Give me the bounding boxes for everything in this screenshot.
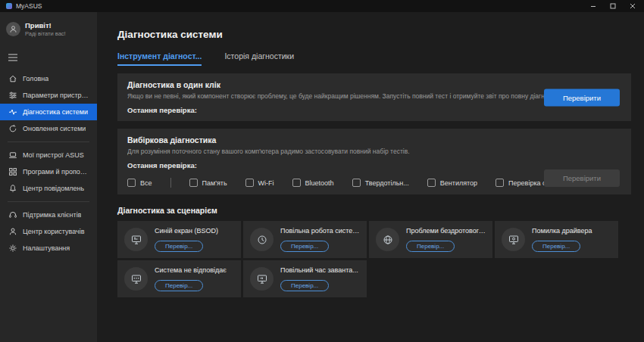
sidebar-item-customer-support[interactable]: Підтримка клієнтів xyxy=(0,207,97,223)
scenario-check-button[interactable]: Перевір... xyxy=(155,280,203,291)
minimize-icon[interactable] xyxy=(589,2,597,10)
scenario-grid: Синій екран (BSOD) Перевір... Повільна р… xyxy=(117,221,631,297)
sidebar-item-user-center[interactable]: Центр користувачів xyxy=(0,223,97,240)
checkbox-icon[interactable] xyxy=(245,179,254,187)
user-center-icon xyxy=(8,227,17,236)
scenario-card-not-responding: Система не відповідає Перевір... xyxy=(117,260,241,297)
sidebar-item-label: Мої пристрої ASUS xyxy=(23,151,84,159)
sidebar-item-label: Програми й пропозиції від... xyxy=(23,168,89,176)
sidebar-item-label: Діагностика системи xyxy=(23,108,88,116)
checkbox-wifi[interactable]: Wi-Fi xyxy=(245,179,274,187)
scenario-title: Повільний час заванта... xyxy=(280,266,358,274)
sliders-icon xyxy=(8,91,17,100)
scenario-card-driver-error: Помилка драйвера Перевір... xyxy=(495,221,618,258)
user-profile[interactable]: Привіт! Раді вітати вас! xyxy=(0,18,97,43)
custom-check-button[interactable]: Перевірити xyxy=(544,169,620,187)
sidebar-item-diagnostics[interactable]: Діагностика системи xyxy=(0,104,97,120)
scenario-card-slow-boot: Повільний час заванта... Перевір... xyxy=(243,260,367,297)
titlebar: MyASUS xyxy=(0,0,644,12)
tab-diagnostic-tool[interactable]: Інструмент діагност... xyxy=(117,51,202,66)
one-click-description: Якщо ви не певні, який компонент створює… xyxy=(127,92,552,100)
checkbox-bluetooth[interactable]: Bluetooth xyxy=(292,179,334,187)
maximize-icon[interactable] xyxy=(609,2,617,10)
tab-diagnostic-history[interactable]: Історія діагностики xyxy=(224,51,294,66)
greeting-subtitle: Раді вітати вас! xyxy=(25,30,66,37)
custom-last-check-label: Остання перевірка: xyxy=(127,161,621,169)
checkbox-label: Твердотільн... xyxy=(365,179,409,187)
sidebar-item-notifications[interactable]: Центр повідомлень xyxy=(0,180,97,197)
wireless-icon xyxy=(376,228,399,251)
scenario-check-button[interactable]: Перевір... xyxy=(532,241,580,252)
checkbox-icon[interactable] xyxy=(127,179,136,187)
scenario-check-button[interactable]: Перевір... xyxy=(406,241,455,252)
one-click-diagnostics-card: Діагностика в один клік Якщо ви не певні… xyxy=(117,73,631,121)
slow-system-icon xyxy=(250,228,274,251)
sidebar-item-label: Параметри пристрою xyxy=(23,92,89,99)
menu-toggle-icon[interactable] xyxy=(0,43,97,70)
checkbox-icon[interactable] xyxy=(292,179,301,187)
tab-bar: Інструмент діагност... Історія діагности… xyxy=(117,51,631,66)
slow-boot-icon xyxy=(250,267,274,291)
scenario-check-button[interactable]: Перевір... xyxy=(155,241,203,252)
scenario-title: Система не відповідає xyxy=(155,266,227,274)
custom-description: Для розуміння поточного стану вашого ком… xyxy=(127,148,552,155)
scenario-check-button[interactable]: Перевір... xyxy=(280,241,329,252)
settings-icon xyxy=(8,244,17,253)
scenario-title: Помилка драйвера xyxy=(532,227,592,235)
diagnostics-icon xyxy=(8,107,17,117)
checkbox-icon[interactable] xyxy=(189,179,198,187)
checkbox-divider xyxy=(170,178,171,188)
sidebar-item-settings[interactable]: Налаштування xyxy=(0,240,97,256)
sidebar: Привіт! Раді вітати вас! Головна xyxy=(0,12,97,342)
checkbox-label: Все xyxy=(140,179,152,187)
custom-diagnostics-card: Вибіркова діагностика Для розуміння пото… xyxy=(117,129,631,194)
checkbox-ssd[interactable]: Твердотільн... xyxy=(352,179,409,187)
sidebar-item-label: Центр користувачів xyxy=(23,228,85,235)
checkbox-all[interactable]: Все xyxy=(127,179,152,187)
sidebar-item-label: Головна xyxy=(23,75,48,82)
sidebar-item-label: Оновлення системи xyxy=(23,125,86,132)
sidebar-item-home[interactable]: Головна xyxy=(0,70,97,87)
checkbox-label: Пам'ять xyxy=(202,179,227,187)
sidebar-item-label: Підтримка клієнтів xyxy=(23,211,81,219)
checkbox-icon[interactable] xyxy=(496,179,504,187)
one-click-check-button[interactable]: Перевірити xyxy=(544,89,620,106)
devices-icon xyxy=(8,151,17,160)
main-content: Діагностика системи Інструмент діагност.… xyxy=(97,12,644,342)
avatar xyxy=(6,22,20,36)
apps-icon xyxy=(8,167,17,176)
app-logo-icon xyxy=(6,3,12,9)
myasus-window: MyASUS Привіт! Раді вітати вас! xyxy=(0,0,644,342)
checkbox-fan[interactable]: Вентилятор xyxy=(427,179,477,187)
sidebar-item-apps-offers[interactable]: Програми й пропозиції від... xyxy=(0,163,97,180)
sidebar-item-device-settings[interactable]: Параметри пристрою xyxy=(0,87,97,104)
bsod-icon xyxy=(124,228,148,251)
checkbox-label: Bluetooth xyxy=(305,179,334,187)
scenario-card-wireless: Проблеми бездротового... Перевір... xyxy=(369,221,492,258)
checkbox-icon[interactable] xyxy=(352,179,361,187)
app-title: MyASUS xyxy=(16,2,42,10)
close-icon[interactable] xyxy=(629,2,636,10)
sidebar-divider xyxy=(8,201,89,202)
sidebar-item-system-update[interactable]: Оновлення системи xyxy=(0,120,97,137)
scenario-title: Синій екран (BSOD) xyxy=(155,227,218,235)
checkbox-label: Wi-Fi xyxy=(258,179,274,187)
one-click-last-check-label: Остання перевірка: xyxy=(127,106,621,114)
support-icon xyxy=(8,210,17,219)
driver-error-icon xyxy=(502,228,525,251)
sidebar-item-label: Налаштування xyxy=(23,244,70,252)
sidebar-item-my-devices[interactable]: Мої пристрої ASUS xyxy=(0,147,97,163)
sidebar-nav: Головна Параметри пристрою Діагностика с… xyxy=(0,70,97,256)
scenario-title: Повільна робота системи xyxy=(280,227,360,235)
checkbox-memory[interactable]: Пам'ять xyxy=(189,179,227,187)
update-icon xyxy=(8,124,17,133)
sidebar-divider xyxy=(8,141,89,142)
scenario-check-button[interactable]: Перевір... xyxy=(280,280,329,291)
custom-title: Вибіркова діагностика xyxy=(127,135,621,145)
notifications-icon xyxy=(8,184,17,193)
checkbox-label: Вентилятор xyxy=(440,179,477,187)
checkbox-icon[interactable] xyxy=(427,179,436,187)
checkbox-system-check[interactable]: Перевірка с... xyxy=(496,179,552,187)
sidebar-item-label: Центр повідомлень xyxy=(23,185,84,192)
scenario-card-slow-system: Повільна робота системи Перевір... xyxy=(243,221,367,258)
